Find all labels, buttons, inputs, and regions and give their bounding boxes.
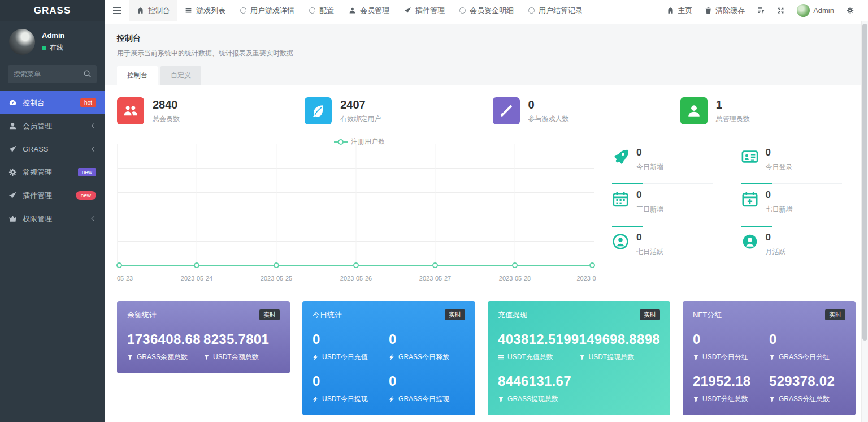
topnav-item-user-game-details[interactable]: 用户游戏详情 [233, 0, 302, 21]
card-metric: 8446131.67 GRASS提现总数 [498, 373, 579, 404]
sidebar-item-label: 常规管理 [23, 167, 52, 178]
fullscreen-button[interactable] [771, 0, 791, 21]
bolt-icon [389, 396, 395, 402]
stats-row: 2840 总会员数 2407 有效绑定用户 [117, 97, 856, 124]
paper-plane-icon [8, 145, 17, 153]
user-icon [680, 97, 708, 124]
language-icon [757, 7, 765, 14]
clear-cache-button[interactable]: 清除缓存 [698, 0, 751, 21]
user-menu[interactable]: Admin [791, 0, 840, 21]
topnav-item-plugins[interactable]: 插件管理 [397, 0, 452, 21]
card-metric: 403812.5199 USDT充值总数 [498, 331, 579, 362]
topnav-item-settlement-records[interactable]: 用户结算记录 [521, 0, 590, 21]
card-metric: 0 USDT今日提现 [313, 373, 389, 404]
online-dot-icon [42, 46, 46, 50]
topnav-label: 配置 [319, 6, 334, 16]
chart-section: 注册用户数 [117, 137, 856, 284]
metric-value: 8446131.67 [498, 373, 579, 389]
legend-line-marker-icon [334, 141, 348, 143]
metric-label: GRASS分红总数 [779, 394, 830, 404]
home-button-label: 主页 [678, 6, 692, 16]
filter-icon [203, 354, 210, 360]
x-tick-label: 2023-05-24 [181, 275, 212, 282]
chevron-left-icon [92, 216, 97, 222]
registered-users-chart: 注册用户数 [117, 137, 602, 284]
tab-dashboard[interactable]: 控制台 [117, 66, 158, 85]
mini-stat-value: 0 [636, 232, 663, 243]
card-metric: 0 GRASS今日分红 [769, 331, 845, 362]
sidebar-menu: 控制台 hot 会员管理 GRASS [0, 91, 105, 230]
fullscreen-icon [777, 7, 784, 14]
metric-label: USDT分红总数 [702, 394, 748, 404]
hamburger-menu-icon[interactable] [105, 0, 129, 21]
rocket-icon [612, 148, 629, 165]
sidebar-item-general[interactable]: 常规管理 new [0, 161, 105, 184]
stat-bound-users: 2407 有效绑定用户 [305, 97, 480, 124]
gear-icon [847, 7, 854, 14]
metric-label: USDT提现总数 [589, 352, 635, 362]
list-icon [498, 354, 504, 360]
metric-label: USDT今日充值 [322, 352, 368, 362]
mini-stats-grid: 0 今日新增 0 今日登录 [612, 137, 856, 284]
vertical-scrollbar[interactable] [861, 21, 868, 422]
stat-label: 参与游戏人数 [528, 114, 569, 124]
sidebar-item-members[interactable]: 会员管理 [0, 114, 105, 137]
metric-label: USDT今日提现 [322, 394, 368, 404]
mini-stat-seven-day-new: 0 七日新增 [741, 184, 856, 226]
home-icon [137, 7, 144, 14]
tab-custom[interactable]: 自定义 [160, 66, 201, 85]
trash-icon [705, 7, 712, 14]
metric-value: 8235.7801 [203, 331, 280, 347]
sidebar-item-permissions[interactable]: 权限管理 [0, 207, 105, 230]
metric-value: 0 [313, 373, 389, 389]
metric-value: 21952.18 [693, 373, 769, 389]
topnav-item-game-list[interactable]: 游戏列表 [177, 0, 233, 21]
metric-label: USDT充值总数 [507, 352, 553, 362]
topbar: 控制台 游戏列表 用户游戏详情 配置 会员管理 插件管理 [105, 0, 868, 21]
legend-label: 注册用户数 [351, 137, 385, 147]
language-button[interactable] [751, 0, 771, 21]
topnav-item-members[interactable]: 会员管理 [341, 0, 397, 21]
mini-stat-label: 七日新增 [766, 205, 793, 214]
sidebar-item-dashboard[interactable]: 控制台 hot [0, 91, 105, 114]
hot-badge: hot [80, 98, 96, 107]
stat-label: 总会员数 [153, 114, 180, 124]
metric-value: 0 [769, 331, 845, 347]
filter-icon [693, 354, 699, 360]
topnav-item-member-funds[interactable]: 会员资金明细 [452, 0, 521, 21]
topnav-label: 会员资金明细 [470, 6, 514, 16]
card-metric: 0 GRASS今日释放 [389, 331, 465, 362]
sidebar-item-plugins[interactable]: 插件管理 new [0, 184, 105, 207]
realtime-badge: 实时 [259, 309, 280, 320]
list-icon [185, 7, 192, 14]
chevron-left-icon [92, 123, 97, 129]
user-icon [349, 7, 356, 14]
topnav-item-dashboard[interactable]: 控制台 [129, 0, 177, 21]
settings-button[interactable] [840, 0, 860, 21]
sidebar-item-label: 控制台 [23, 98, 45, 108]
chart-legend[interactable]: 注册用户数 [334, 137, 385, 147]
stat-value: 0 [528, 98, 569, 111]
user-circle-icon [612, 233, 629, 250]
line-chart [117, 144, 594, 270]
dashboard-body: 2840 总会员数 2407 有效绑定用户 [105, 85, 868, 422]
mini-stat-today-login: 0 今日登录 [741, 141, 856, 184]
dashboard-icon [8, 98, 17, 107]
stat-value: 2407 [340, 98, 381, 111]
scrollbar-thumb[interactable] [862, 24, 867, 341]
metric-value: 403812.5199 [498, 331, 579, 347]
x-tick-label: 2023-05-25 [261, 275, 292, 282]
metric-label: USDT余额总数 [213, 352, 259, 362]
card-metric: 1736408.68 GRASS余额总数 [127, 331, 203, 362]
stat-value: 1 [716, 98, 750, 111]
filter-icon [769, 396, 775, 402]
mini-stat-today-new: 0 今日新增 [612, 141, 727, 184]
home-button[interactable]: 主页 [661, 0, 698, 21]
leaf-icon [305, 97, 332, 124]
topnav-item-config[interactable]: 配置 [302, 0, 341, 21]
sidebar-item-grass[interactable]: GRASS [0, 137, 105, 161]
user-status-label: 在线 [50, 43, 63, 53]
user-avatar[interactable] [9, 29, 35, 55]
mini-stat-label: 三日新增 [636, 205, 663, 214]
card-title: 今日统计 [313, 310, 342, 320]
